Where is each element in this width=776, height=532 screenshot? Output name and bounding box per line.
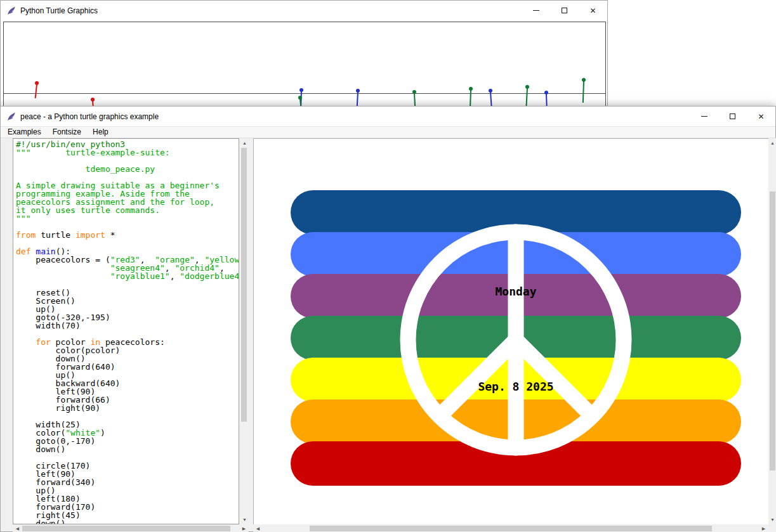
scroll-thumb[interactable] <box>22 526 230 531</box>
minimize-icon <box>533 10 539 11</box>
turtle-pin-dot <box>489 89 492 93</box>
close-icon: ✕ <box>758 113 764 120</box>
peace-symbol <box>408 232 624 448</box>
peace-right-leg <box>516 340 592 416</box>
turtle-canvas: MondaySep. 8 2025 <box>253 138 768 524</box>
down-arrow-icon: ▼ <box>242 517 247 522</box>
menubar: Examples Fontsize Help <box>1 126 775 138</box>
menu-fontsize[interactable]: Fontsize <box>47 126 87 138</box>
turtle-pin-dot <box>298 96 302 100</box>
front-window: peace - a Python turtle graphics example… <box>0 106 776 532</box>
code-horizontal-scrollbar[interactable]: ◀ ▶ <box>13 524 249 532</box>
tk-feather-icon <box>6 6 16 16</box>
baseline <box>4 93 606 94</box>
turtle-pin-stem <box>35 84 37 98</box>
peace-symbol-svg <box>254 139 768 524</box>
canvas-vertical-scrollbar[interactable]: ▲ ▼ <box>768 138 776 524</box>
turtle-pin-dot <box>469 87 473 91</box>
code-line: "royalblue1", "dodgerblue4") <box>16 272 239 280</box>
close-button[interactable]: ✕ <box>747 107 775 126</box>
scroll-thumb[interactable] <box>770 191 775 470</box>
scroll-left-button[interactable]: ◀ <box>253 524 263 532</box>
tk-feather-icon <box>6 112 16 122</box>
turtle-pin-dot <box>544 91 548 94</box>
close-icon: ✕ <box>589 7 596 15</box>
turtle-pin-dot <box>35 81 39 85</box>
code-line: width(70) <box>16 321 239 330</box>
maximize-button[interactable] <box>718 107 747 126</box>
scroll-thumb[interactable] <box>241 148 247 422</box>
code-line: down() <box>16 445 239 453</box>
left-arrow-icon: ◀ <box>256 526 260 531</box>
code-vertical-scrollbar[interactable]: ▲ ▼ <box>240 138 249 524</box>
code-line: """ turtle-example-suite: <box>16 148 239 157</box>
desktop: Python Turtle Graphics ✕ peace - a Pytho… <box>0 0 776 532</box>
turtle-pin-stem <box>470 90 471 107</box>
peace-left-leg <box>440 340 516 416</box>
up-arrow-icon: ▲ <box>242 141 247 145</box>
close-button[interactable]: ✕ <box>579 1 607 20</box>
turtle-pin-dot <box>412 90 416 94</box>
turtle-pin-stem <box>582 81 584 103</box>
turtle-pin-dot <box>525 85 529 89</box>
code-line: tdemo_peace.py <box>16 165 239 173</box>
scroll-up-button[interactable]: ▲ <box>240 138 249 148</box>
minimize-icon <box>701 116 707 117</box>
code-line: """ <box>16 214 239 223</box>
maximize-button[interactable] <box>550 1 579 20</box>
turtle-pin-dot <box>356 89 360 93</box>
turtle-pin-dot <box>299 88 303 92</box>
scroll-left-button[interactable]: ◀ <box>13 524 22 532</box>
scroll-down-button[interactable]: ▼ <box>240 515 249 524</box>
minimize-button[interactable] <box>522 1 550 20</box>
scroll-down-button[interactable]: ▼ <box>768 515 776 524</box>
code-line: it only uses turtle commands. <box>16 206 239 214</box>
minimize-button[interactable] <box>690 107 718 126</box>
right-arrow-icon: ▶ <box>242 526 246 531</box>
right-arrow-icon: ▶ <box>762 526 765 531</box>
code-line: from turtle import * <box>16 231 239 239</box>
left-arrow-icon: ◀ <box>16 526 19 531</box>
code-line: down() <box>16 519 239 524</box>
scroll-up-button[interactable]: ▲ <box>768 138 776 148</box>
canvas-text-label: Sep. 8 2025 <box>478 380 553 393</box>
menu-examples[interactable]: Examples <box>2 126 47 138</box>
code-editor[interactable]: #!/usr/bin/env python3""" turtle-example… <box>13 138 239 524</box>
back-window-title: Python Turtle Graphics <box>20 6 98 15</box>
turtle-pin-dot <box>582 78 586 82</box>
code-line: right(90) <box>16 404 239 412</box>
canvas-horizontal-scrollbar[interactable]: ◀ ▶ <box>253 524 768 532</box>
scroll-thumb[interactable] <box>310 526 712 531</box>
canvas-text-label: Monday <box>495 285 536 298</box>
turtle-pin-stem <box>525 88 528 107</box>
down-arrow-icon: ▼ <box>770 517 775 522</box>
scroll-right-button[interactable]: ▶ <box>239 524 249 532</box>
scroll-right-button[interactable]: ▶ <box>759 524 768 532</box>
maximize-icon <box>562 8 567 13</box>
scrollbar-corner <box>768 524 776 532</box>
front-titlebar[interactable]: peace - a Python turtle graphics example… <box>1 107 775 126</box>
maximize-icon <box>730 114 735 119</box>
turtle-pin-dot <box>91 98 95 101</box>
back-titlebar[interactable]: Python Turtle Graphics ✕ <box>1 1 607 20</box>
menu-help[interactable]: Help <box>87 126 114 138</box>
front-window-title: peace - a Python turtle graphics example <box>20 112 159 121</box>
up-arrow-icon: ▲ <box>770 141 775 145</box>
